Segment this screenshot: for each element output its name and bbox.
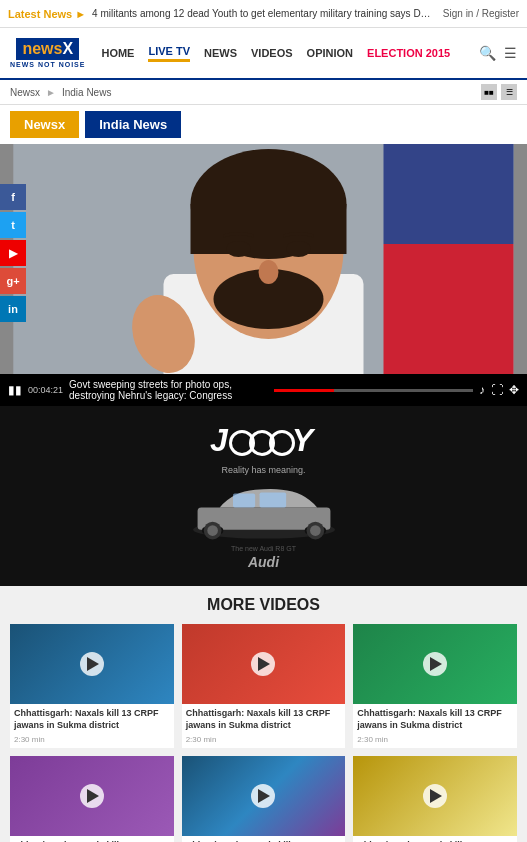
- video-thumbnail: [353, 756, 517, 836]
- play-icon: [430, 789, 442, 803]
- tab-newsx[interactable]: Newsx: [10, 111, 79, 138]
- grid-view-btn[interactable]: ■■: [481, 84, 497, 100]
- fullscreen-icon[interactable]: ⛶: [491, 383, 503, 397]
- play-overlay: [423, 652, 447, 676]
- ad-tagline: Reality has meaning.: [221, 465, 305, 475]
- nav-home[interactable]: HOME: [101, 47, 134, 59]
- video-card[interactable]: Chhattisgarh: Naxals kill 13 CRPF jawans…: [10, 756, 174, 842]
- tab-india-news[interactable]: India News: [85, 111, 181, 138]
- video-container: f t ▶ g+ in: [0, 144, 527, 406]
- volume-icon[interactable]: ♪: [479, 383, 485, 397]
- video-frame[interactable]: [0, 144, 527, 374]
- video-thumbnail: [353, 624, 517, 704]
- video-grid: Chhattisgarh: Naxals kill 13 CRPF jawans…: [10, 624, 517, 842]
- play-overlay: [80, 784, 104, 808]
- ad-brand: JY: [210, 422, 317, 459]
- video-controls: ▮▮ 00:04:21 Govt sweeping streets for ph…: [0, 374, 527, 406]
- social-linkedin[interactable]: in: [0, 296, 26, 322]
- svg-point-9: [259, 260, 279, 284]
- logo-area: newsX NEWS NOT NOISE: [10, 38, 85, 68]
- latest-news-label: Latest News ►: [8, 8, 86, 20]
- social-youtube[interactable]: ▶: [0, 240, 26, 266]
- expand-icon[interactable]: ✥: [509, 383, 519, 397]
- video-card-title: Chhattisgarh: Naxals kill 13 CRPF jawans…: [182, 836, 346, 842]
- logo-tagline: NEWS NOT NOISE: [10, 61, 85, 68]
- svg-point-8: [287, 241, 311, 257]
- play-icon: [87, 789, 99, 803]
- video-card-time: 2:30 min: [353, 735, 517, 748]
- video-thumbnail: [182, 756, 346, 836]
- ticker-text: 4 militants among 12 dead Youth to get e…: [92, 8, 435, 19]
- video-card[interactable]: Chhattisgarh: Naxals kill 13 CRPF jawans…: [353, 756, 517, 842]
- top-bar: Latest News ► 4 militants among 12 dead …: [0, 0, 527, 28]
- nav-videos[interactable]: VIDEOS: [251, 47, 293, 59]
- latest-news-arrow: ►: [75, 8, 86, 20]
- play-icon: [258, 657, 270, 671]
- nav-election[interactable]: ELECTION 2015: [367, 47, 450, 59]
- ad-car-svg: [174, 481, 354, 543]
- svg-point-18: [207, 525, 218, 536]
- play-icon: [258, 789, 270, 803]
- progress-fill: [274, 389, 334, 392]
- video-card[interactable]: Chhattisgarh: Naxals kill 13 CRPF jawans…: [353, 624, 517, 748]
- social-twitter[interactable]: t: [0, 212, 26, 238]
- video-caption: Govt sweeping streets for photo ops, des…: [69, 379, 268, 401]
- video-card-title: Chhattisgarh: Naxals kill 13 CRPF jawans…: [10, 836, 174, 842]
- video-thumbnail: [10, 624, 174, 704]
- play-icon: [87, 657, 99, 671]
- breadcrumb: Newsx ► India News ■■ ☰: [0, 80, 527, 105]
- more-videos-title: MORE VIDEOS: [10, 596, 517, 614]
- video-card-title: Chhattisgarh: Naxals kill 13 CRPF jawans…: [182, 704, 346, 735]
- nav-opinion[interactable]: OPINION: [307, 47, 353, 59]
- time-display: 00:04:21: [28, 385, 63, 395]
- video-card[interactable]: Chhattisgarh: Naxals kill 13 CRPF jawans…: [10, 624, 174, 748]
- more-videos-section: MORE VIDEOS Chhattisgarh: Naxals kill 13…: [0, 586, 527, 842]
- ad-section: JY Reality has meaning. The new Audi R8 …: [0, 406, 527, 586]
- social-facebook[interactable]: f: [0, 184, 26, 210]
- header: newsX NEWS NOT NOISE HOME LIVE TV NEWS V…: [0, 28, 527, 80]
- tab-row: Newsx India News: [0, 105, 527, 144]
- video-card-title: Chhattisgarh: Naxals kill 13 CRPF jawans…: [10, 704, 174, 735]
- video-card-title: Chhattisgarh: Naxals kill 13 CRPF jawans…: [353, 836, 517, 842]
- main-nav: HOME LIVE TV NEWS VIDEOS OPINION ELECTIO…: [101, 45, 479, 62]
- play-overlay: [251, 652, 275, 676]
- ad-car-label: The new Audi R8 GT: [231, 545, 296, 552]
- play-overlay: [80, 652, 104, 676]
- video-thumbnail: [10, 756, 174, 836]
- social-sidebar: f t ▶ g+ in: [0, 184, 26, 322]
- menu-icon[interactable]: ☰: [504, 45, 517, 61]
- breadcrumb-newsx[interactable]: Newsx: [10, 87, 40, 98]
- video-thumbnail: [182, 624, 346, 704]
- nav-icons: 🔍 ☰: [479, 45, 517, 61]
- logo-box[interactable]: newsX: [16, 38, 79, 60]
- nav-live-tv[interactable]: LIVE TV: [148, 45, 190, 62]
- breadcrumb-india-news[interactable]: India News: [62, 87, 111, 98]
- svg-rect-22: [259, 493, 286, 508]
- nav-news[interactable]: NEWS: [204, 47, 237, 59]
- search-icon[interactable]: 🔍: [479, 45, 496, 61]
- latest-label-text: Latest News: [8, 8, 72, 20]
- video-card-time: 2:30 min: [10, 735, 174, 748]
- svg-rect-12: [384, 244, 514, 374]
- video-card[interactable]: Chhattisgarh: Naxals kill 13 CRPF jawans…: [182, 624, 346, 748]
- pause-button[interactable]: ▮▮: [8, 383, 22, 397]
- breadcrumb-sep: ►: [46, 87, 56, 98]
- svg-rect-11: [384, 144, 514, 244]
- social-googleplus[interactable]: g+: [0, 268, 26, 294]
- view-toggle: ■■ ☰: [481, 84, 517, 100]
- svg-point-7: [227, 241, 251, 257]
- progress-bar[interactable]: [274, 389, 473, 392]
- list-view-btn[interactable]: ☰: [501, 84, 517, 100]
- play-icon: [430, 657, 442, 671]
- video-card[interactable]: Chhattisgarh: Naxals kill 13 CRPF jawans…: [182, 756, 346, 842]
- svg-rect-21: [233, 493, 255, 507]
- ad-logo: Audi: [248, 554, 279, 570]
- play-overlay: [251, 784, 275, 808]
- video-card-title: Chhattisgarh: Naxals kill 13 CRPF jawans…: [353, 704, 517, 735]
- play-overlay: [423, 784, 447, 808]
- sign-in-link[interactable]: Sign in / Register: [443, 8, 519, 19]
- svg-point-20: [310, 525, 321, 536]
- svg-rect-5: [191, 204, 347, 254]
- video-card-time: 2:30 min: [182, 735, 346, 748]
